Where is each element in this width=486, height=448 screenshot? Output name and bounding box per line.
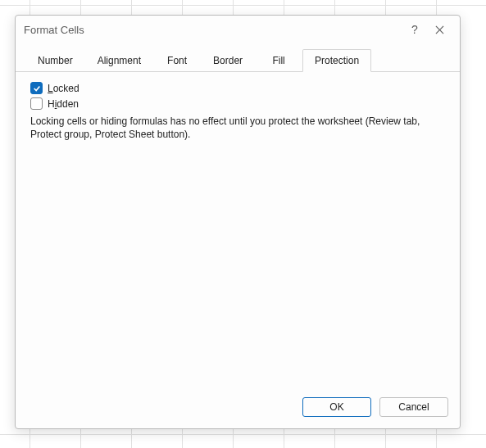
hidden-checkbox[interactable] — [30, 97, 43, 110]
tab-fill[interactable]: Fill — [255, 49, 302, 72]
ok-button[interactable]: OK — [302, 397, 371, 417]
close-icon — [435, 25, 444, 34]
dialog-title: Format Cells — [24, 24, 402, 36]
help-button[interactable]: ? — [402, 18, 427, 41]
locked-checkbox-row[interactable]: Locked — [30, 82, 445, 94]
dialog-content: Locked Hidden Locking cells or hiding fo… — [16, 72, 460, 389]
hidden-checkbox-label: Hidden — [48, 98, 79, 110]
close-button[interactable] — [427, 18, 452, 41]
tab-border[interactable]: Border — [201, 49, 255, 72]
locked-checkbox[interactable] — [30, 82, 43, 94]
cancel-button[interactable]: Cancel — [379, 397, 448, 417]
format-cells-dialog: Format Cells ? Number Alignment Font Bor… — [15, 15, 461, 429]
tab-font[interactable]: Font — [153, 49, 201, 72]
hidden-checkbox-row[interactable]: Hidden — [30, 97, 445, 110]
tab-number[interactable]: Number — [25, 49, 85, 72]
dialog-titlebar: Format Cells ? — [16, 16, 460, 43]
locked-checkbox-label: Locked — [48, 83, 79, 94]
tab-alignment[interactable]: Alignment — [85, 49, 153, 72]
dialog-footer: OK Cancel — [16, 389, 460, 428]
protection-description: Locking cells or hiding formulas has no … — [30, 115, 445, 141]
tab-bar: Number Alignment Font Border Fill Protec… — [16, 48, 460, 72]
tab-protection[interactable]: Protection — [302, 49, 371, 72]
help-icon: ? — [411, 23, 418, 36]
checkmark-icon — [33, 84, 41, 93]
